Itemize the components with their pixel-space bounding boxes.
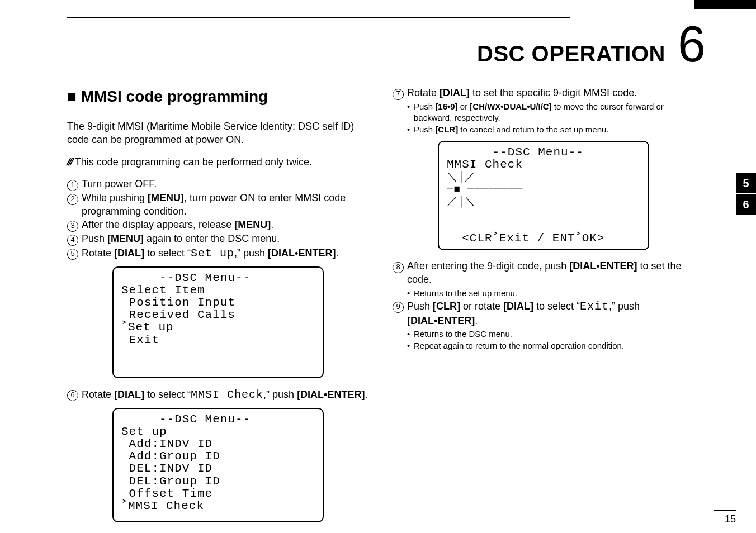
- t: or rotate: [460, 301, 503, 312]
- t: Rotate: [82, 389, 114, 400]
- key-label: [CLR]: [435, 125, 458, 134]
- menu-item-name: Exit: [580, 300, 609, 313]
- bullet-text: Returns to the DSC menu.: [414, 329, 512, 340]
- key-label: [MENU]: [107, 233, 144, 244]
- step-number-icon: 4: [67, 235, 78, 246]
- step-7: 7 Rotate [DIAL] to set the specific 9-di…: [393, 86, 694, 100]
- key-label: [CLR]: [433, 301, 460, 312]
- steps-group-a: 1 Turn power OFF. 2 While pushing [MENU]…: [67, 177, 369, 261]
- step-text: Turn power OFF.: [82, 177, 369, 191]
- side-tab-6: 6: [736, 194, 756, 215]
- menu-item-name: MMSI Check: [191, 388, 263, 401]
- step-7-bullets: • Push [16•9] or [CH/WX•DUAL•U/I/C] to m…: [393, 101, 694, 135]
- lcd-bottom: <CLR˃Exit / ENT˃OK>: [447, 232, 604, 245]
- bullet-dot-icon: •: [407, 101, 414, 124]
- t: Rotate: [407, 87, 440, 98]
- menu-item-name: Set up: [191, 247, 234, 260]
- key-label: [CH/WX•DUAL•U/I/C]: [470, 102, 551, 111]
- step-text: After entering the 9-digit code, push [D…: [407, 259, 694, 287]
- lcd-top: --DSC Menu-- MMSI Check: [447, 146, 584, 171]
- lcd-display-1: --DSC Menu-- Select Item Position Input …: [112, 266, 324, 378]
- step-8: 8 After entering the 9-digit code, push …: [393, 259, 694, 287]
- chapter-number: 6: [678, 22, 706, 67]
- bullet: • Push [16•9] or [CH/WX•DUAL•U/I/C] to m…: [407, 101, 694, 124]
- side-tab-5: 5: [736, 173, 756, 193]
- page: DSC OPERATION 6 ■ MMSI code programming …: [0, 0, 756, 533]
- section-title: ■ MMSI code programming: [67, 86, 369, 107]
- t: While pushing: [82, 192, 148, 203]
- step-number-icon: 6: [67, 390, 78, 401]
- step-text: After the display appears, release [MENU…: [82, 218, 369, 232]
- chapter-header: DSC OPERATION 6: [67, 22, 706, 67]
- step-1: 1 Turn power OFF.: [67, 177, 369, 191]
- t: Push: [407, 301, 433, 312]
- t: After the display appears, release: [82, 219, 234, 230]
- key-label: [DIAL]: [503, 301, 533, 312]
- key-label: [DIAL•ENTER]: [297, 389, 365, 400]
- step-number-icon: 8: [393, 262, 404, 273]
- t: .: [475, 315, 478, 326]
- step-9: 9 Push [CLR] or rotate [DIAL] to select …: [393, 299, 694, 327]
- t: .: [271, 219, 273, 230]
- lcd-display-3: --DSC Menu-- MMSI Check ＼│／ ─■ ──────── …: [438, 141, 649, 250]
- key-label: [16•9]: [435, 102, 457, 111]
- t: Push: [82, 233, 107, 244]
- bullet: • Returns to the set up menu.: [407, 288, 694, 299]
- t: Push: [414, 125, 435, 134]
- t: After entering the 9-digit code, push: [407, 260, 569, 272]
- bullet: • Repeat again to return to the normal o…: [407, 340, 694, 351]
- hatch-icon: ///: [65, 155, 75, 169]
- page-number: 15: [714, 510, 736, 525]
- step-text: Rotate [DIAL] to select “Set up,” push […: [82, 246, 369, 261]
- step-number-icon: 3: [67, 221, 78, 232]
- bullet-dot-icon: •: [407, 124, 414, 135]
- step-2: 2 While pushing [MENU], turn power ON to…: [67, 191, 369, 218]
- bullet-dot-icon: •: [407, 340, 414, 351]
- key-label: [DIAL•ENTER]: [268, 248, 336, 259]
- corner-black-bar: [694, 0, 756, 9]
- step-text: Push [CLR] or rotate [DIAL] to select “E…: [407, 299, 694, 327]
- key-label: [DIAL]: [114, 248, 144, 259]
- t: or: [458, 102, 470, 111]
- lcd-cursor-art: ＼│／ ─■ ──────── ／│＼: [447, 171, 523, 208]
- t: to select “: [533, 301, 580, 312]
- bullet-text: Push [CLR] to cancel and return to the s…: [414, 124, 609, 135]
- t: to cancel and return to the set up menu.: [458, 125, 608, 134]
- step-9-bullets: • Returns to the DSC menu. • Repeat agai…: [393, 329, 694, 351]
- key-label: [MENU]: [148, 192, 184, 203]
- bullet: • Returns to the DSC menu.: [407, 329, 694, 340]
- step-3: 3 After the display appears, release [ME…: [67, 218, 369, 232]
- t: to set the specific 9-digit MMSI code.: [470, 87, 637, 98]
- t: .: [336, 248, 338, 259]
- step-number-icon: 2: [67, 194, 78, 205]
- step-number-icon: 1: [67, 180, 78, 191]
- key-label: [DIAL]: [440, 87, 470, 98]
- step-number-icon: 9: [393, 302, 404, 313]
- step-text: Rotate [DIAL] to set the specific 9-digi…: [407, 86, 694, 100]
- t: again to enter the DSC menu.: [144, 233, 280, 244]
- header-rule: [67, 17, 570, 18]
- bullet-text: Repeat again to return to the normal ope…: [414, 340, 624, 351]
- t: ,” push: [609, 301, 640, 312]
- t: to select “: [144, 389, 191, 400]
- key-label: [DIAL•ENTER]: [407, 315, 475, 326]
- t: to select “: [144, 248, 191, 259]
- right-column: 7 Rotate [DIAL] to set the specific 9-di…: [393, 86, 694, 531]
- note-line: /// This code programming can be perform…: [67, 155, 369, 169]
- bullet-dot-icon: •: [407, 329, 414, 340]
- t: ,” push: [263, 389, 297, 400]
- bullet-dot-icon: •: [407, 288, 414, 299]
- step-number-icon: 5: [67, 249, 78, 260]
- page-title: DSC OPERATION: [477, 41, 665, 66]
- side-tabs: 5 6: [736, 173, 756, 216]
- key-label: [DIAL•ENTER]: [569, 260, 637, 272]
- note-text: This code programming can be performed o…: [75, 156, 312, 168]
- t: Rotate: [82, 248, 114, 259]
- step-8-bullets: • Returns to the set up menu.: [393, 288, 694, 299]
- lcd-display-2: --DSC Menu-- Set up Add:INDV ID Add:Grou…: [112, 408, 324, 522]
- bullet: • Push [CLR] to cancel and return to the…: [407, 124, 694, 135]
- t: Push: [414, 102, 435, 111]
- intro-text: The 9-digit MMSI (Maritime Mobile Servic…: [67, 120, 369, 147]
- step-5: 5 Rotate [DIAL] to select “Set up,” push…: [67, 246, 369, 261]
- step-text: Rotate [DIAL] to select “MMSI Check,” pu…: [82, 387, 369, 402]
